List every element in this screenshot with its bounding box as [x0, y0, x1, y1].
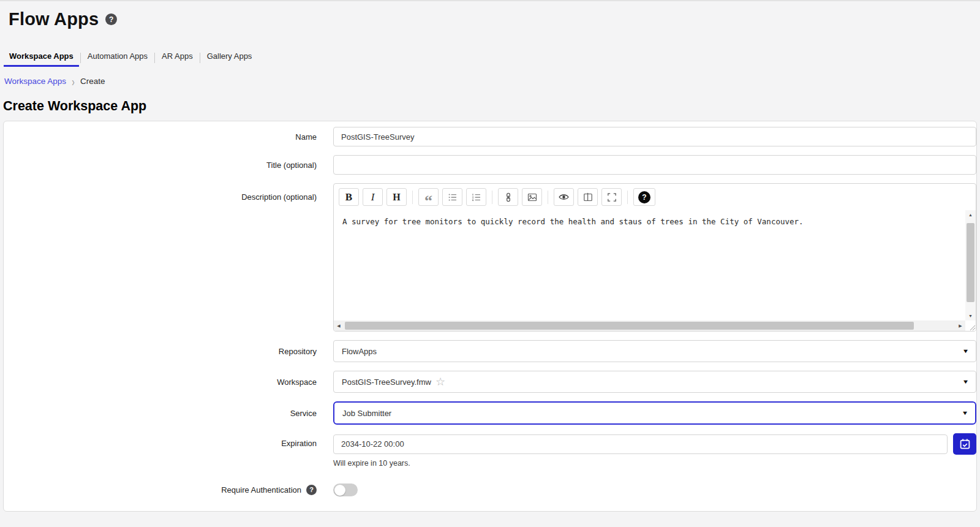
- tab-bar: Workspace Apps Automation Apps AR Apps G…: [4, 48, 980, 67]
- image-button[interactable]: [522, 188, 542, 206]
- toolbar-separator: [412, 191, 413, 204]
- tab-automation-apps[interactable]: Automation Apps: [82, 48, 153, 67]
- link-icon: [503, 192, 513, 202]
- preview-button[interactable]: [554, 188, 574, 206]
- service-row: Service Job Submitter ▼: [4, 401, 976, 425]
- toolbar-separator: [548, 191, 548, 204]
- side-by-side-button[interactable]: [578, 188, 598, 206]
- auth-help-icon[interactable]: ?: [306, 485, 317, 495]
- chevron-right-icon: ›: [72, 74, 75, 88]
- guide-help-icon: ?: [638, 191, 650, 203]
- tab-ar-apps[interactable]: AR Apps: [156, 48, 198, 67]
- toolbar-separator: [627, 191, 628, 204]
- expiration-helper-text: Will expire in 10 years.: [333, 459, 976, 468]
- workspace-row: Workspace PostGIS-TreeSurvey.fmw ☆ ▼: [4, 371, 976, 393]
- title-row: Title (optional): [4, 155, 976, 175]
- image-icon: [527, 192, 537, 202]
- require-authentication-label-text: Require Authentication: [221, 485, 301, 495]
- repository-row: Repository FlowApps ▼: [4, 340, 976, 362]
- page-title-text: Flow Apps: [9, 9, 99, 29]
- heading-icon: H: [393, 192, 400, 203]
- repository-select[interactable]: FlowApps ▼: [333, 340, 976, 362]
- page-header: Flow Apps ? Workspace Apps Automation Ap…: [0, 9, 980, 114]
- scroll-down-icon[interactable]: ▼: [965, 311, 976, 320]
- chevron-down-icon: ▼: [962, 379, 970, 385]
- name-input[interactable]: [333, 127, 976, 146]
- ordered-list-icon: [472, 192, 481, 202]
- vertical-scrollbar: ▲ ▼: [965, 210, 976, 320]
- unordered-list-button[interactable]: [442, 188, 462, 206]
- expiration-input[interactable]: [333, 434, 948, 454]
- tab-workspace-apps[interactable]: Workspace Apps: [4, 48, 79, 67]
- repository-label: Repository: [4, 347, 317, 356]
- calendar-picker-button[interactable]: [953, 433, 976, 455]
- workspace-label: Workspace: [4, 377, 317, 387]
- chevron-down-icon: ▼: [962, 348, 970, 354]
- name-label: Name: [4, 132, 317, 142]
- expiration-label: Expiration: [4, 433, 317, 448]
- tab-separator: [80, 53, 81, 63]
- toggle-knob: [334, 485, 345, 496]
- scroll-right-icon[interactable]: ▶: [956, 320, 965, 331]
- vertical-scroll-track[interactable]: [965, 219, 976, 311]
- scroll-left-icon[interactable]: ◀: [334, 320, 344, 331]
- ordered-list-button[interactable]: [466, 188, 486, 206]
- repository-value: FlowApps: [342, 347, 377, 356]
- name-row: Name: [4, 127, 976, 146]
- fullscreen-button[interactable]: [601, 188, 622, 206]
- guide-button[interactable]: ?: [633, 188, 655, 206]
- fullscreen-icon: [607, 192, 617, 202]
- horizontal-scroll-track[interactable]: [344, 320, 956, 331]
- title-input[interactable]: [333, 155, 976, 175]
- help-icon[interactable]: ?: [105, 13, 117, 25]
- service-select[interactable]: Job Submitter ▼: [333, 401, 976, 425]
- calendar-check-icon: [959, 438, 971, 450]
- chevron-down-icon: ▼: [962, 410, 969, 416]
- link-button[interactable]: [498, 188, 518, 206]
- editor-toolbar: B I H “: [334, 184, 976, 210]
- italic-button[interactable]: I: [363, 188, 383, 206]
- service-value: Job Submitter: [342, 409, 391, 418]
- description-row: Description (optional) B I H “: [4, 183, 976, 332]
- description-editor: B I H “: [333, 183, 976, 332]
- toolbar-separator: [492, 191, 492, 204]
- expiration-row: Expiration Will expire in 10 years.: [4, 433, 976, 468]
- tab-gallery-apps[interactable]: Gallery Apps: [202, 48, 258, 67]
- heading-button[interactable]: H: [386, 188, 407, 206]
- resize-grip[interactable]: [965, 320, 976, 331]
- breadcrumb-current: Create: [80, 77, 105, 86]
- description-textarea[interactable]: A survey for tree monitors to quickly re…: [334, 210, 965, 320]
- workspace-value: PostGIS-TreeSurvey.fmw: [342, 377, 431, 387]
- italic-icon: I: [371, 191, 375, 203]
- workspace-select[interactable]: PostGIS-TreeSurvey.fmw ☆ ▼: [333, 371, 976, 393]
- require-authentication-label: Require Authentication ?: [4, 485, 317, 495]
- service-label: Service: [4, 409, 317, 418]
- breadcrumb-link-workspace-apps[interactable]: Workspace Apps: [4, 77, 66, 86]
- require-authentication-toggle[interactable]: [333, 483, 358, 496]
- bold-button[interactable]: B: [339, 188, 359, 206]
- title-label: Title (optional): [4, 161, 317, 170]
- quote-button[interactable]: “: [418, 188, 439, 206]
- scroll-up-icon[interactable]: ▲: [965, 210, 976, 219]
- quote-icon: “: [424, 192, 432, 210]
- section-heading: Create Workspace App: [3, 99, 980, 114]
- bold-icon: B: [345, 191, 352, 203]
- favorite-star-icon[interactable]: ☆: [435, 376, 445, 387]
- tab-separator: [200, 53, 200, 63]
- horizontal-scrollbar: ◀ ▶: [334, 320, 965, 331]
- side-by-side-icon: [583, 192, 593, 202]
- page-title: Flow Apps ?: [9, 9, 980, 29]
- horizontal-scroll-thumb[interactable]: [345, 322, 914, 330]
- resize-grip-icon: [967, 322, 976, 331]
- eye-icon: [559, 192, 569, 202]
- tab-separator: [154, 53, 155, 63]
- vertical-scroll-thumb[interactable]: [967, 223, 974, 302]
- require-authentication-row: Require Authentication ?: [4, 483, 976, 496]
- unordered-list-icon: [448, 192, 458, 202]
- create-workspace-app-form: Name Title (optional) Description (optio…: [3, 121, 977, 512]
- breadcrumb: Workspace Apps › Create: [4, 76, 980, 86]
- description-label: Description (optional): [4, 183, 317, 202]
